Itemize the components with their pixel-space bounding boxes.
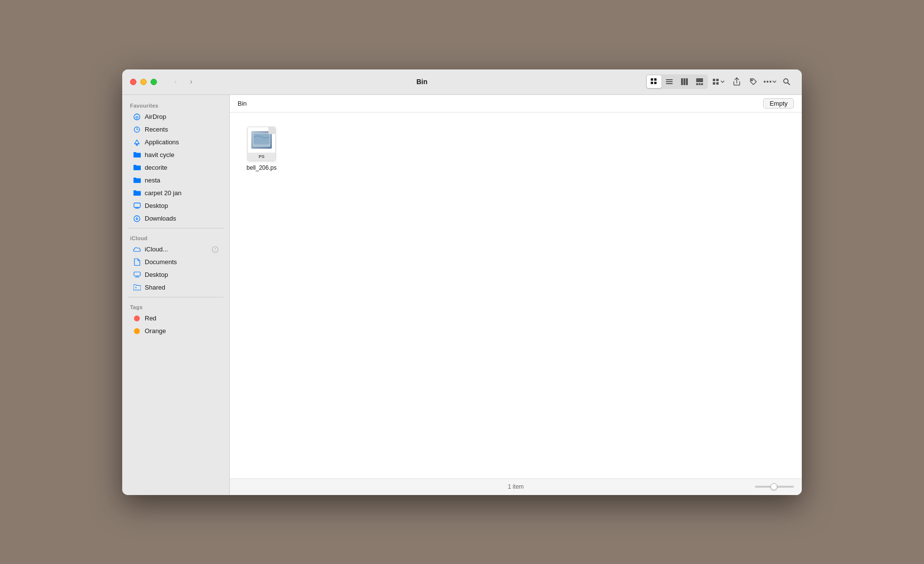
svg-rect-11	[696, 83, 698, 85]
tags-header: Tags	[122, 300, 229, 312]
ps-preview-inner	[251, 131, 272, 149]
ps-file-preview	[248, 127, 275, 149]
sidebar-item-label: Downloads	[145, 215, 176, 222]
downloads-icon	[133, 215, 141, 223]
svg-rect-2	[651, 82, 653, 84]
svg-rect-10	[696, 78, 703, 82]
status-item-count: 1 item	[508, 483, 524, 490]
folder-icon	[133, 177, 141, 184]
sidebar-item-icloud-desktop[interactable]: Desktop	[125, 269, 226, 281]
sidebar-item-label: iCloud...	[145, 246, 168, 253]
empty-button[interactable]: Empty	[763, 98, 794, 109]
sidebar-item-label: AirDrop	[145, 113, 166, 120]
group-by-button[interactable]	[710, 76, 727, 87]
sidebar-item-downloads[interactable]: Downloads	[125, 212, 226, 225]
close-button[interactable]	[130, 79, 136, 85]
svg-rect-33	[134, 272, 140, 276]
sidebar-item-label: decorite	[145, 164, 167, 171]
icloud-shared-icon	[133, 284, 141, 292]
file-name: bell_206.ps	[246, 164, 276, 172]
zoom-track[interactable]	[755, 486, 794, 488]
view-list-button[interactable]	[662, 75, 677, 88]
forward-button[interactable]: ›	[184, 75, 198, 89]
icloud-icon	[133, 246, 141, 253]
sidebar-item-havit-cycle[interactable]: havit cycle	[125, 149, 226, 161]
svg-rect-13	[701, 83, 703, 85]
tag-button[interactable]	[746, 74, 761, 89]
sidebar-item-tag-orange[interactable]: Orange	[125, 325, 226, 338]
svg-rect-0	[651, 78, 653, 81]
svg-point-32	[215, 250, 215, 251]
sidebar-item-documents[interactable]: Documents	[125, 256, 226, 269]
sidebar-item-label: havit cycle	[145, 151, 175, 158]
sidebar-item-icloud[interactable]: iCloud...	[125, 243, 226, 256]
file-icon-container: PS	[244, 126, 279, 161]
svg-rect-25	[134, 203, 140, 207]
file-area: PS bell_206.ps	[230, 113, 802, 478]
sidebar-item-label: Recents	[145, 126, 168, 133]
share-button[interactable]	[729, 74, 744, 89]
ps-file-icon: PS	[247, 127, 276, 161]
zoom-thumb[interactable]	[770, 483, 777, 490]
maximize-button[interactable]	[151, 79, 157, 85]
breadcrumb: Bin	[238, 100, 247, 107]
traffic-lights	[130, 79, 157, 85]
recents-icon	[133, 126, 141, 134]
title-bar: ‹ › Bin	[122, 69, 802, 95]
favourites-header: Favourites	[122, 99, 229, 111]
svg-rect-9	[686, 78, 688, 85]
sidebar-divider	[128, 228, 223, 228]
main-area: Favourites AirDrop	[122, 95, 802, 495]
icloud-doc-icon	[133, 258, 141, 266]
sidebar-item-label: nesta	[145, 177, 160, 184]
svg-rect-39	[255, 144, 268, 145]
sidebar-item-icloud-shared[interactable]: Shared	[125, 281, 226, 294]
sidebar-item-applications[interactable]: Applications	[125, 136, 226, 149]
search-button[interactable]	[779, 74, 794, 89]
sidebar-item-decorite[interactable]: decorite	[125, 161, 226, 174]
sidebar-item-label: Desktop	[145, 202, 168, 209]
sidebar-item-label: Orange	[145, 327, 166, 335]
svg-rect-4	[666, 79, 673, 80]
svg-point-24	[136, 144, 138, 145]
svg-rect-3	[654, 82, 657, 84]
desktop-icon	[133, 202, 141, 210]
airdrop-icon	[133, 113, 141, 121]
view-grid-button[interactable]	[647, 75, 661, 88]
sidebar-item-label: Red	[145, 315, 156, 322]
sidebar-item-tag-red[interactable]: Red	[125, 312, 226, 325]
svg-rect-12	[699, 83, 701, 85]
svg-point-22	[136, 118, 137, 119]
view-switcher	[646, 74, 708, 89]
nav-buttons: ‹ ›	[169, 75, 198, 89]
sidebar-item-desktop[interactable]: Desktop	[125, 200, 226, 212]
status-bar: 1 item	[230, 478, 802, 495]
sidebar-item-airdrop[interactable]: AirDrop	[125, 111, 226, 123]
tag-orange-icon	[133, 327, 141, 335]
breadcrumb-bar: Bin Empty	[230, 95, 802, 113]
view-gallery-button[interactable]	[692, 75, 707, 88]
content-area: Bin Empty	[230, 95, 802, 495]
svg-line-20	[788, 83, 790, 85]
file-item-bell-206-ps[interactable]: PS bell_206.ps	[240, 122, 284, 176]
minimize-button[interactable]	[140, 79, 147, 85]
window-title: Bin	[204, 78, 640, 86]
zoom-slider[interactable]	[755, 486, 794, 488]
tag-red-icon	[133, 315, 141, 322]
folder-icon	[133, 189, 141, 197]
folder-icon	[133, 151, 141, 159]
sidebar: Favourites AirDrop	[122, 95, 230, 495]
view-columns-button[interactable]	[677, 75, 692, 88]
svg-rect-6	[666, 83, 673, 84]
back-button[interactable]: ‹	[169, 75, 182, 89]
sidebar-item-recents[interactable]: Recents	[125, 123, 226, 136]
folder-icon	[133, 164, 141, 172]
svg-rect-8	[683, 78, 685, 85]
more-button[interactable]: •••	[763, 74, 777, 89]
svg-rect-1	[654, 78, 657, 81]
svg-point-18	[751, 80, 752, 81]
sidebar-item-nesta[interactable]: nesta	[125, 174, 226, 187]
sidebar-item-label: Shared	[145, 284, 165, 291]
sidebar-item-label: Documents	[145, 258, 177, 266]
sidebar-item-carpet-20-jan[interactable]: carpet 20 jan	[125, 187, 226, 200]
